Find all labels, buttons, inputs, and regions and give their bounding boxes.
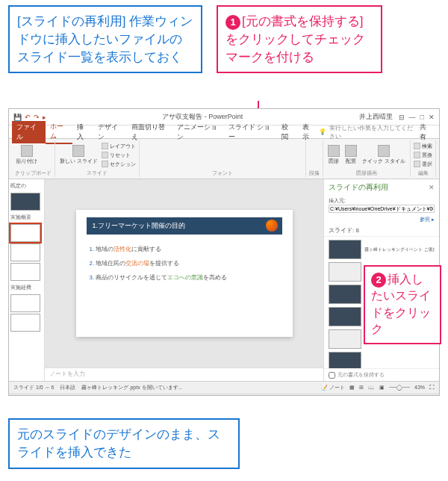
new-slide-button[interactable]: 新しい スライド <box>58 144 99 166</box>
tab-insert[interactable]: 挿入 <box>72 121 93 143</box>
slide-thumbnail-selected[interactable] <box>10 224 40 242</box>
reuse-thumb <box>329 285 361 304</box>
annotation-text: [元の書式を保持する] をクリックしてチェックマークを付ける <box>225 14 365 64</box>
ribbon-options-icon[interactable]: ⊟ <box>399 114 405 121</box>
share-button[interactable]: 共有 <box>415 121 436 143</box>
shapes-button[interactable]: 図形 <box>326 144 341 166</box>
user-name[interactable]: 井上西晴里 <box>359 112 393 122</box>
reuse-thumb <box>329 352 361 368</box>
browse-link[interactable]: 参照 ▸ <box>324 214 439 225</box>
step-number-2: 2 <box>371 273 386 288</box>
tab-transitions[interactable]: 画面切り替え <box>127 121 172 143</box>
slide-body[interactable]: 1. 地域の活性化に貢献する2. 地域住民の交流の場を提供する3. 商品のリサイ… <box>87 242 282 285</box>
current-slide[interactable]: 1.フリーマーケット開催の目的 1. 地域の活性化に貢献する2. 地域住民の交流… <box>76 210 293 337</box>
tab-animations[interactable]: アニメーション <box>172 121 224 143</box>
section-header[interactable]: 既定の <box>10 181 43 191</box>
ribbon-group-drawing: 図形 配置 クイック スタイル 図形描画 <box>323 140 411 177</box>
paste-button[interactable]: 貼り付け <box>15 144 39 166</box>
new-slide-icon <box>72 145 84 157</box>
redo-icon[interactable]: ↷ <box>34 114 40 121</box>
save-icon[interactable]: 💾 <box>13 114 22 121</box>
window-controls: ⊟ — □ ✕ <box>399 114 435 121</box>
ribbon-group-paragraph: 段落 <box>306 140 323 177</box>
group-label: 編集 <box>414 170 432 177</box>
quick-style-button[interactable]: クイック スタイル <box>361 144 407 166</box>
powerpoint-window: 💾 ↶ ↷ ▸ アサ収支報告 - PowerPoint 井上西晴里 ⊟ — □ … <box>8 108 440 396</box>
view-normal-icon[interactable]: ▦ <box>349 385 355 391</box>
language-indicator[interactable]: 日本語 <box>60 384 75 391</box>
reuse-thumb <box>329 329 361 349</box>
slide-bullet[interactable]: 1. 地域の活性化に貢献する <box>87 242 282 256</box>
view-reading-icon[interactable]: 📖 <box>368 385 375 391</box>
shapes-icon <box>328 145 340 157</box>
tab-slideshow[interactable]: スライド ショー <box>224 121 277 143</box>
status-message: 霧ヶ峰トレッキング.pptx を開いています... <box>81 384 182 391</box>
quick-access-toolbar[interactable]: 💾 ↶ ↷ ▸ <box>13 114 46 121</box>
undo-icon[interactable]: ↶ <box>25 114 31 121</box>
slide-count: スライド: 8 <box>324 225 439 237</box>
ribbon-group-slides: 新しい スライド レイアウト リセット セクション スライド <box>55 140 140 177</box>
close-icon[interactable]: ✕ <box>429 114 435 121</box>
group-label: 段落 <box>309 170 320 177</box>
slide-bullet[interactable]: 3. 商品のリサイクルを通じてエコへの意識を高める <box>87 270 282 285</box>
slide-canvas: 1.フリーマーケット開催の目的 1. 地域の活性化に貢献する2. 地域住民の交流… <box>45 179 323 381</box>
zoom-level[interactable]: 43% <box>414 385 425 390</box>
minimize-icon[interactable]: — <box>409 114 416 121</box>
slide-thumbnail[interactable] <box>10 314 40 332</box>
paste-icon <box>21 145 33 157</box>
slide-thumbnails-pane[interactable]: 既定の 実施概要 実施経費 <box>9 179 45 381</box>
keep-source-formatting[interactable]: 元の書式を保持する <box>324 368 439 381</box>
keep-format-label: 元の書式を保持する <box>337 371 385 379</box>
section-header[interactable]: 実施概要 <box>10 212 43 223</box>
slide-title[interactable]: 1.フリーマーケット開催の目的 <box>87 217 282 235</box>
tab-file[interactable]: ファイル <box>12 121 46 143</box>
ribbon-group-font: フォント <box>140 140 306 177</box>
reuse-thumb <box>329 240 361 259</box>
slide-thumbnail[interactable] <box>10 263 40 281</box>
zoom-slider[interactable]: ──◯── <box>389 385 410 391</box>
slide-bullet[interactable]: 2. 地域住民の交流の場を提供する <box>87 256 282 270</box>
tab-design[interactable]: デザイン <box>93 121 127 143</box>
ribbon-group-editing: 検索 置換 選択 編集 <box>411 140 436 177</box>
status-bar: スライド 1/0 ～ 6 日本語 霧ヶ峰トレッキング.pptx を開いています.… <box>9 381 439 393</box>
group-label: 図形描画 <box>326 170 407 177</box>
tab-view[interactable]: 表示 <box>298 121 319 143</box>
keep-format-checkbox[interactable] <box>329 372 335 379</box>
maximize-icon[interactable]: □ <box>420 114 424 121</box>
reuse-slide-item[interactable] <box>327 350 436 368</box>
close-pane-icon[interactable]: ✕ <box>429 184 435 191</box>
source-path-input[interactable] <box>329 205 435 213</box>
annotation-mid-right: 2挿入したいスライドをクリック <box>364 265 441 344</box>
fit-window-icon[interactable]: ⛶ <box>429 385 435 390</box>
slide-thumbnail[interactable] <box>10 294 40 312</box>
reuse-slide-item[interactable]: 霧ヶ峰トレッキングイベント ご案内 <box>327 238 436 261</box>
arrange-icon <box>345 145 357 157</box>
reuse-item-label: 霧ヶ峰トレッキングイベント ご案内 <box>364 246 435 253</box>
view-sorter-icon[interactable]: ⊞ <box>359 385 364 391</box>
annotation-text: [スライドの再利用] 作業ウィンドウに挿入したいファイルのスライド一覧を表示して… <box>17 14 193 64</box>
slide-thumbnail[interactable] <box>10 193 40 211</box>
view-slideshow-icon[interactable]: ▣ <box>379 385 385 391</box>
ribbon: 貼り付け クリップボード 新しい スライド レイアウト リセット セクション ス… <box>9 139 439 179</box>
tell-me-search[interactable]: 💡 実行したい作業を入力してください <box>319 124 414 140</box>
section-button[interactable]: セクション <box>102 160 136 169</box>
group-label: スライド <box>58 170 136 177</box>
find-button[interactable]: 検索 <box>414 142 432 151</box>
group-label: クリップボード <box>15 170 52 177</box>
annotation-bottom: 元のスライドのデザインのまま、スライドを挿入できた <box>8 418 240 469</box>
layout-button[interactable]: レイアウト <box>102 142 136 151</box>
source-label: 挿入元: <box>329 198 346 203</box>
notes-pane[interactable]: ノートを入力 <box>45 367 323 381</box>
reset-button[interactable]: リセット <box>102 151 136 160</box>
section-header[interactable]: 実施経費 <box>10 282 43 293</box>
tab-review[interactable]: 校閲 <box>277 121 298 143</box>
select-button[interactable]: 選択 <box>414 160 432 169</box>
arrange-button[interactable]: 配置 <box>343 144 358 166</box>
replace-button[interactable]: 置換 <box>414 151 432 160</box>
notes-toggle[interactable]: 📝 ノート <box>321 384 345 391</box>
slide-area[interactable]: 1.フリーマーケット開催の目的 1. 地域の活性化に貢献する2. 地域住民の交流… <box>45 179 323 367</box>
slide-thumbnail[interactable] <box>10 243 40 261</box>
annotation-top-right: 1[元の書式を保持する] をクリックしてチェックマークを付ける <box>217 5 382 73</box>
quick-style-icon <box>378 145 390 157</box>
reuse-source: 挿入元: <box>324 196 439 214</box>
